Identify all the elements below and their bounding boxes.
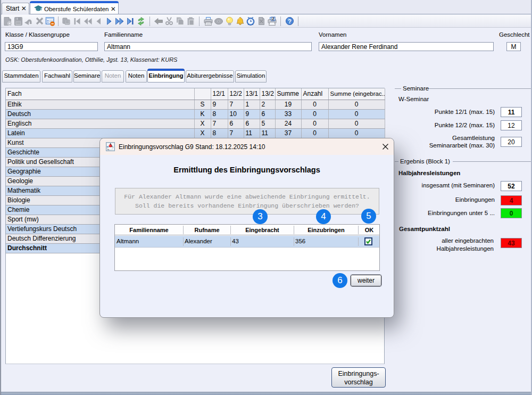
svg-text:?: ? (288, 18, 292, 24)
svg-text:Z: Z (272, 17, 274, 21)
